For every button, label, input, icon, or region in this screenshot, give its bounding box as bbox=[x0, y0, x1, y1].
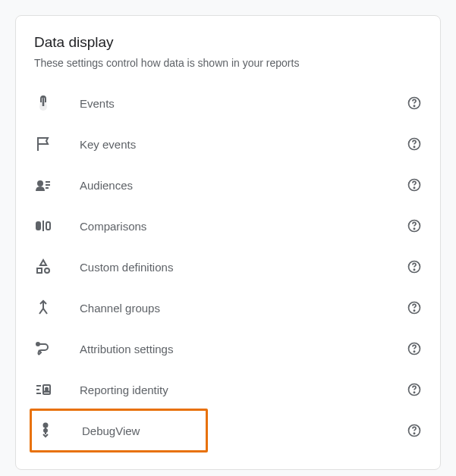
flag-icon bbox=[34, 135, 52, 153]
item-label: Events bbox=[80, 97, 407, 110]
svg-point-10 bbox=[414, 187, 414, 188]
path-icon bbox=[34, 340, 52, 358]
nav-item-events[interactable]: Events bbox=[34, 83, 422, 124]
svg-point-22 bbox=[36, 343, 39, 346]
svg-point-5 bbox=[38, 181, 42, 186]
help-icon[interactable] bbox=[407, 300, 422, 315]
nav-item-comparisons[interactable]: Comparisons bbox=[34, 205, 422, 246]
nav-item-audiences[interactable]: Audiences bbox=[34, 164, 422, 205]
merge-icon bbox=[34, 299, 52, 317]
help-icon[interactable] bbox=[407, 341, 422, 356]
audience-icon bbox=[34, 176, 52, 194]
nav-item-key-events[interactable]: Key events bbox=[34, 124, 422, 164]
item-label: Audiences bbox=[80, 179, 407, 192]
nav-item-debugview[interactable]: DebugView bbox=[36, 421, 201, 440]
item-label: DebugView bbox=[82, 424, 201, 437]
help-icon[interactable] bbox=[407, 218, 422, 233]
shapes-icon bbox=[34, 258, 52, 276]
svg-point-29 bbox=[46, 388, 48, 390]
debug-icon bbox=[36, 421, 55, 440]
highlight-box: DebugView bbox=[30, 409, 208, 453]
svg-point-2 bbox=[414, 105, 414, 106]
svg-point-17 bbox=[45, 268, 49, 273]
help-icon[interactable] bbox=[407, 423, 422, 438]
comparison-icon bbox=[34, 217, 52, 235]
identity-icon bbox=[34, 380, 52, 399]
svg-point-4 bbox=[414, 146, 414, 147]
item-label: Reporting identity bbox=[80, 384, 407, 396]
nav-item-custom-definitions[interactable]: Custom definitions bbox=[34, 246, 422, 287]
svg-point-31 bbox=[414, 392, 414, 393]
svg-rect-13 bbox=[46, 222, 50, 230]
help-icon[interactable] bbox=[407, 96, 422, 111]
item-label: Custom definitions bbox=[80, 261, 407, 274]
svg-point-24 bbox=[414, 351, 414, 352]
svg-point-32 bbox=[44, 424, 48, 427]
nav-item-debugview-row: DebugView bbox=[34, 410, 422, 451]
svg-rect-11 bbox=[36, 222, 40, 230]
svg-rect-16 bbox=[37, 268, 42, 273]
help-icon[interactable] bbox=[407, 136, 422, 152]
section-subtitle: These settings control how data is shown… bbox=[34, 57, 422, 69]
nav-item-reporting-identity[interactable]: Reporting identity bbox=[34, 369, 422, 410]
svg-point-19 bbox=[414, 269, 414, 270]
nav-item-attribution-settings[interactable]: Attribution settings bbox=[34, 328, 422, 369]
nav-item-channel-groups[interactable]: Channel groups bbox=[34, 287, 422, 328]
svg-point-21 bbox=[414, 310, 414, 311]
item-label: Attribution settings bbox=[80, 343, 407, 355]
item-label: Comparisons bbox=[80, 220, 407, 233]
svg-point-36 bbox=[414, 433, 414, 434]
help-icon[interactable] bbox=[407, 382, 422, 397]
data-display-card: Data display These settings control how … bbox=[15, 15, 441, 470]
section-title: Data display bbox=[34, 34, 422, 51]
item-label: Key events bbox=[80, 138, 407, 151]
help-icon[interactable] bbox=[407, 177, 422, 193]
touch-icon bbox=[34, 94, 52, 112]
item-label: Channel groups bbox=[80, 302, 407, 315]
help-icon[interactable] bbox=[407, 259, 422, 274]
svg-point-15 bbox=[414, 228, 414, 229]
svg-point-0 bbox=[42, 96, 44, 98]
